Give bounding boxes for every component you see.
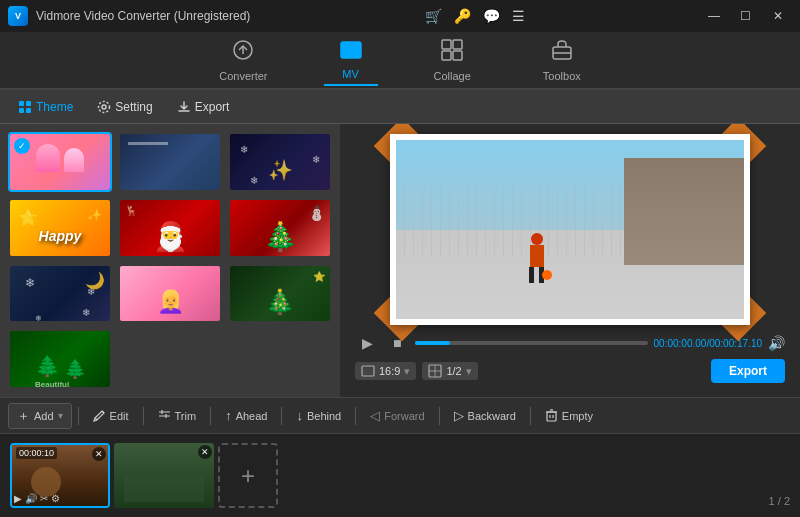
empty-label: Empty (562, 410, 593, 422)
preview-panel: ▶ ⏹ 00:00:00.00/00:00:17.10 🔊 16:9 ▾ (340, 124, 800, 397)
ratio-icon (361, 364, 375, 378)
theme-christmas-eve[interactable]: ✨ ❄ ❄ ❄ Christmas Eve (228, 132, 332, 192)
svg-rect-3 (442, 40, 451, 49)
backward-button[interactable]: ▷ Backward (446, 405, 524, 426)
add-dropdown-arrow: ▾ (58, 410, 63, 421)
forward-label: Forward (384, 410, 424, 422)
clip-toolbar: ＋ Add ▾ Edit Trim (0, 398, 800, 434)
cart-icon[interactable]: 🛒 (425, 8, 442, 24)
divider-3 (210, 407, 211, 425)
merry-christmas-deco: 🎅 (153, 219, 188, 252)
content-area: ✓ Current Simple ✨ (0, 124, 800, 397)
tab-mv[interactable]: MV (324, 37, 378, 86)
add-button[interactable]: ＋ Add ▾ (8, 403, 72, 429)
theme-stripes-waves[interactable]: 👱‍♀️ Stripes & Waves (118, 264, 222, 324)
clip-cut-icon[interactable]: ✂ (40, 493, 48, 504)
theme-tab[interactable]: Theme (8, 96, 83, 118)
ratio-dropdown-icon: ▾ (404, 365, 410, 378)
clip-item-1[interactable]: 00:00:10 ▶ 🔊 ✂ ⚙ ✕ (10, 443, 110, 508)
behind-icon: ↓ (296, 408, 303, 423)
clip-play-icon[interactable]: ▶ (14, 493, 22, 504)
clip-1-close[interactable]: ✕ (92, 447, 106, 461)
tab-toolbox[interactable]: Toolbox (527, 35, 597, 88)
empty-button[interactable]: Empty (537, 406, 601, 425)
key-icon[interactable]: 🔑 (454, 8, 471, 24)
setting-tab[interactable]: Setting (87, 96, 162, 118)
export-label: Export (195, 100, 230, 114)
resolution-dropdown-icon: ▾ (466, 365, 472, 378)
video-preview (390, 134, 750, 325)
export-tab[interactable]: Export (167, 96, 240, 118)
divider-5 (355, 407, 356, 425)
theme-snowy-night[interactable]: ❄ ❄ ❄ ❄ 🌙 Snowy Night (8, 264, 112, 324)
setting-label: Setting (115, 100, 152, 114)
main-content: Theme Setting Export ✓ (0, 90, 800, 517)
trim-icon (158, 409, 171, 422)
add-label: Add (34, 410, 54, 422)
video-content (396, 140, 744, 319)
edit-button[interactable]: Edit (85, 406, 137, 425)
theme-merry-christmas[interactable]: 🎅 🦌 Merry Christmas (118, 198, 222, 258)
mv-label: MV (342, 68, 359, 80)
menu-icon[interactable]: ☰ (512, 8, 525, 24)
svg-rect-19 (547, 412, 556, 421)
svg-rect-5 (442, 51, 451, 60)
maximize-button[interactable]: ☐ (732, 6, 760, 26)
christmas-tree-deco: 🎄 (265, 288, 295, 316)
tab-collage[interactable]: Collage (418, 35, 487, 88)
aspect-ratio-select[interactable]: 16:9 ▾ (355, 362, 416, 380)
volume-icon[interactable]: 🔊 (768, 335, 785, 351)
theme-simple[interactable]: Simple (118, 132, 222, 192)
theme-current-check: ✓ (14, 138, 30, 154)
toolbox-icon (551, 39, 573, 66)
svg-rect-9 (19, 101, 24, 106)
window-controls: — ☐ ✕ (700, 6, 792, 26)
divider-1 (78, 407, 79, 425)
mv-icon (340, 41, 362, 64)
collage-label: Collage (434, 70, 471, 82)
converter-label: Converter (219, 70, 267, 82)
clip-item-2[interactable]: ✕ (114, 443, 214, 508)
svg-rect-12 (26, 108, 31, 113)
resolution-select[interactable]: 1/2 ▾ (422, 362, 477, 380)
theme-current[interactable]: ✓ Current (8, 132, 112, 192)
play-button[interactable]: ▶ (355, 331, 379, 355)
resolution-icon (428, 364, 442, 378)
minimize-button[interactable]: — (700, 6, 728, 26)
clip-settings-icon[interactable]: ⚙ (51, 493, 60, 504)
app-icon: V (8, 6, 28, 26)
svg-rect-6 (453, 51, 462, 60)
clip-2-close[interactable]: ✕ (198, 445, 212, 459)
add-clip-button[interactable]: + (218, 443, 278, 508)
add-icon: ＋ (17, 407, 30, 425)
video-preview-container (390, 134, 750, 325)
chat-icon[interactable]: 💬 (483, 8, 500, 24)
progress-bar-row: ▶ ⏹ 00:00:00.00/00:00:17.10 🔊 (355, 331, 785, 355)
theme-christmas-tree[interactable]: 🎄 ⭐ Christmas Tree (228, 264, 332, 324)
clip-1-duration: 00:00:10 (16, 447, 57, 459)
theme-happy[interactable]: Happy 🌟 ✨ Happy (8, 198, 112, 258)
trim-button[interactable]: Trim (150, 406, 205, 425)
progress-track[interactable] (415, 341, 648, 345)
svg-rect-4 (453, 40, 462, 49)
theme-panel: ✓ Current Simple ✨ (0, 124, 340, 397)
bottom-bar: ＋ Add ▾ Edit Trim (0, 397, 800, 517)
theme-santa-claus[interactable]: 🎄 ⛄ Santa Claus (228, 198, 332, 258)
ahead-button[interactable]: ↑ Ahead (217, 405, 275, 426)
titlebar: V Vidmore Video Converter (Unregistered)… (0, 0, 800, 32)
divider-7 (530, 407, 531, 425)
backward-label: Backward (468, 410, 516, 422)
titlebar-left: V Vidmore Video Converter (Unregistered) (8, 6, 250, 26)
close-button[interactable]: ✕ (764, 6, 792, 26)
divider-2 (143, 407, 144, 425)
theme-beautiful-christmas[interactable]: 🌲 🌲 Beautiful Christmas Beautiful Christ… (8, 329, 112, 389)
santa-claus-deco: 🎄 (263, 219, 298, 252)
behind-button[interactable]: ↓ Behind (288, 405, 349, 426)
clip-volume-icon[interactable]: 🔊 (25, 493, 37, 504)
edit-label: Edit (110, 410, 129, 422)
preview-controls: ▶ ⏹ 00:00:00.00/00:00:17.10 🔊 16:9 ▾ (355, 325, 785, 387)
ahead-label: Ahead (236, 410, 268, 422)
export-button[interactable]: Export (711, 359, 785, 383)
forward-button[interactable]: ◁ Forward (362, 405, 432, 426)
tab-converter[interactable]: Converter (203, 35, 283, 88)
